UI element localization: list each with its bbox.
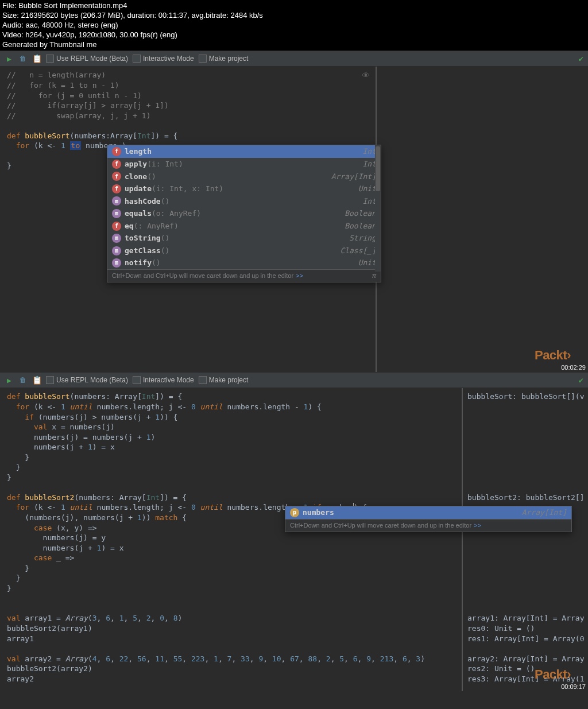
autocomplete-item[interactable]: mhashCode()Int (107, 195, 381, 208)
autocomplete-item-type: Class[_] (340, 246, 376, 256)
autocomplete-item-name: apply(i: Int) (125, 159, 183, 169)
status-ok-icon: ✔ (579, 54, 583, 63)
timestamp-label: 00:02:29 (561, 364, 586, 371)
autocomplete-popup-small[interactable]: p numbers Array[Int] Ctrl+Down and Ctrl+… (285, 506, 572, 532)
result-line (467, 583, 583, 594)
interactive-mode-checkbox[interactable]: Interactive Mode (133, 376, 194, 384)
trash-icon[interactable]: 🗑 (18, 375, 28, 385)
field-badge-icon: f (112, 160, 121, 169)
repl-mode-checkbox[interactable]: Use REPL Mode (Beta) (46, 376, 128, 384)
repl-mode-label: Use REPL Mode (Beta) (56, 55, 128, 63)
result-line (467, 422, 583, 432)
autocomplete-item[interactable]: mtoString()String (107, 232, 381, 245)
result-line (467, 533, 583, 543)
code-line: numbers(j) = y (7, 533, 455, 543)
code-line: array1 (7, 634, 455, 644)
code-line: def bubbleSort(numbers: Array[Int]) = { (7, 392, 455, 402)
result-line: res0: Unit = () (467, 623, 583, 634)
autocomplete-more-link[interactable]: >> (296, 272, 303, 280)
autocomplete-item-type: Int (363, 196, 376, 207)
method-badge-icon: m (112, 196, 121, 206)
code-line: array2 (7, 674, 455, 684)
autocomplete-footer: Ctrl+Down and Ctrl+Up will move caret do… (107, 269, 381, 282)
autocomplete-hint: Ctrl+Down and Ctrl+Up will move caret do… (290, 521, 471, 530)
code-area-bottom: def bubbleSort(numbers: Array[Int]) = { … (0, 388, 588, 691)
result-line (467, 543, 583, 553)
autocomplete-item-name: toString() (125, 233, 169, 243)
param-badge-icon: p (290, 508, 299, 517)
result-line (467, 432, 583, 443)
autocomplete-scrollbar[interactable] (375, 145, 381, 271)
make-project-checkbox[interactable]: Make project (199, 55, 249, 63)
file-info-line: Audio: aac, 48000 Hz, stereo (eng) (2, 21, 586, 30)
field-badge-icon: f (112, 172, 121, 181)
code-line: if (numbers(j) > numbers(j + 1)) { (7, 412, 455, 423)
checkbox-icon (199, 55, 207, 63)
scrollbar-thumb[interactable] (376, 146, 380, 191)
autocomplete-item[interactable]: fapply(i: Int)Int (107, 158, 381, 171)
code-line: bubbleSort2(array1) (7, 623, 455, 634)
repl-mode-label: Use REPL Mode (Beta) (56, 376, 128, 384)
code-line: case _ => (7, 553, 455, 563)
code-line: for (k <- 1 until numbers.length; j <- 0… (7, 402, 455, 412)
editor-right[interactable]: bubbleSort: bubbleSort[](v bubbleSort2: … (462, 388, 588, 691)
method-badge-icon: m (112, 246, 121, 255)
autocomplete-item-name: getClass() (125, 246, 169, 256)
make-project-label: Make project (209, 376, 249, 384)
clipboard-icon[interactable]: 📋 (32, 54, 41, 63)
code-line (7, 121, 369, 131)
code-line: } (7, 462, 455, 472)
autocomplete-more-link[interactable]: >> (474, 521, 481, 530)
autocomplete-popup[interactable]: flengthIntfapply(i: Int)Intfclone()Array… (107, 145, 381, 282)
result-line (467, 462, 583, 472)
autocomplete-item[interactable]: feq(: AnyRef)Boolean (107, 220, 381, 233)
autocomplete-item[interactable]: flengthInt (107, 145, 381, 158)
field-badge-icon: f (112, 184, 121, 193)
autocomplete-item[interactable]: mequals(o: AnyRef)Boolean (107, 207, 381, 220)
autocomplete-item-type: String (349, 233, 376, 243)
result-line (467, 412, 583, 423)
autocomplete-item-type: Int (363, 146, 376, 157)
repl-mode-checkbox[interactable]: Use REPL Mode (Beta) (46, 55, 128, 63)
result-line: array1: Array[Int] = Array (467, 613, 583, 623)
code-line: val array1 = Array(3, 6, 1, 5, 2, 0, 8) (7, 613, 455, 623)
eye-icon[interactable]: 👁 (362, 70, 370, 81)
autocomplete-item-name: notify() (125, 258, 161, 268)
result-line: res1: Array[Int] = Array(0 (467, 634, 583, 644)
field-badge-icon: f (112, 222, 121, 231)
editor-right[interactable] (376, 67, 588, 372)
code-line (7, 482, 455, 493)
interactive-mode-label: Interactive Mode (143, 376, 194, 384)
panel-top: ▶ 🗑 📋 Use REPL Mode (Beta) Interactive M… (0, 51, 588, 372)
autocomplete-item[interactable]: fupdate(i: Int, x: Int)Unit (107, 183, 381, 195)
method-badge-icon: m (112, 234, 121, 243)
code-line (7, 603, 455, 614)
autocomplete-item-type: Unit (358, 184, 376, 194)
autocomplete-item[interactable]: fclone()Array[Int] (107, 171, 381, 183)
code-line (7, 593, 455, 603)
autocomplete-item-name: numbers (303, 507, 334, 518)
autocomplete-item[interactable]: p numbers Array[Int] (285, 506, 571, 519)
result-line (467, 563, 583, 574)
make-project-checkbox[interactable]: Make project (199, 376, 249, 384)
editor-left[interactable]: 👁 // n = length(array) // for (k = 1 to … (0, 67, 376, 372)
autocomplete-item[interactable]: mgetClass()Class[_] (107, 245, 381, 257)
autocomplete-item-name: length (125, 146, 152, 157)
code-line: } (7, 573, 455, 583)
trash-icon[interactable]: 🗑 (18, 54, 28, 63)
autocomplete-item-name: equals(o: AnyRef) (125, 208, 201, 219)
run-icon[interactable]: ▶ (5, 375, 14, 385)
result-line (467, 553, 583, 563)
autocomplete-item-type: Array[Int] (522, 507, 567, 518)
autocomplete-item-type: Boolean (345, 208, 376, 219)
code-line: def bubbleSort2(numbers: Array[Int]) = { (7, 493, 455, 503)
code-line: val x = numbers(j) (7, 422, 455, 432)
code-line: } (7, 563, 455, 574)
autocomplete-footer: Ctrl+Down and Ctrl+Up will move caret do… (285, 519, 571, 532)
clipboard-icon[interactable]: 📋 (32, 375, 41, 385)
autocomplete-item[interactable]: mnotify()Unit (107, 257, 381, 269)
run-icon[interactable]: ▶ (5, 54, 14, 63)
code-line: } (7, 452, 455, 463)
interactive-mode-checkbox[interactable]: Interactive Mode (133, 55, 194, 63)
editor-left[interactable]: def bubbleSort(numbers: Array[Int]) = { … (0, 388, 462, 691)
